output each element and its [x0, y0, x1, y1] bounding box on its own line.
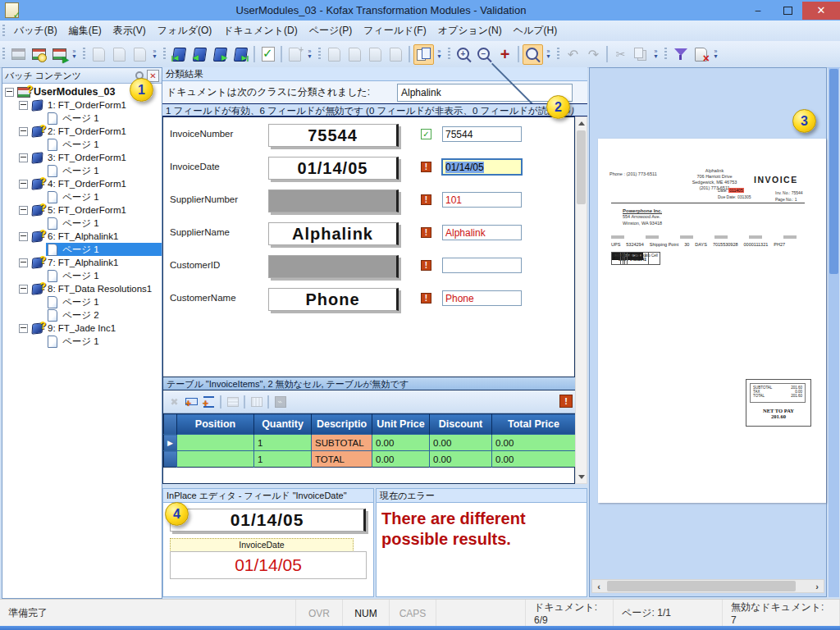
tree-row[interactable]: 7: FT_Alphalink1	[2, 256, 162, 269]
field-input[interactable]: 75544	[442, 126, 522, 142]
tree-expander-icon[interactable]	[19, 127, 28, 136]
new-form-icon[interactable]	[285, 45, 304, 64]
column-header[interactable]: Discount	[430, 414, 492, 435]
undo-icon[interactable]	[564, 45, 582, 64]
column-header[interactable]: Total Price	[492, 414, 576, 435]
classify-icon[interactable]	[671, 45, 690, 64]
split-page-icon[interactable]	[413, 44, 434, 65]
tree-expander-icon[interactable]	[19, 232, 28, 241]
field-input[interactable]: Alphalink	[442, 225, 522, 240]
tree-row[interactable]: ページ 1	[2, 269, 162, 282]
table-cell[interactable]: 1	[254, 451, 312, 468]
table-cell[interactable]: TOTAL	[312, 451, 372, 468]
validate-document-icon[interactable]	[258, 45, 277, 64]
doc-action-1-icon[interactable]	[89, 45, 108, 64]
insert-column-icon[interactable]	[201, 394, 217, 409]
insert-row-icon[interactable]	[184, 394, 199, 409]
tree-expander-icon[interactable]	[19, 285, 28, 294]
tree-row[interactable]: ページ 1	[2, 190, 162, 203]
tree-expander-icon[interactable]	[5, 88, 14, 97]
tree-expander-icon[interactable]	[19, 258, 28, 267]
doc-action-2-icon[interactable]	[110, 45, 129, 64]
field-input[interactable]: 01/14/05	[441, 158, 523, 176]
menu-item[interactable]: フィールド(F)	[358, 21, 431, 40]
tree-row[interactable]: ページ 1	[2, 164, 162, 177]
tree-row[interactable]: ページ 1	[2, 295, 162, 308]
field-snippet-image[interactable]	[268, 255, 399, 278]
tree-expander-icon[interactable]	[19, 206, 28, 215]
copy-icon[interactable]	[632, 45, 651, 64]
class-dropdown[interactable]: Alphalink	[397, 84, 573, 102]
row-selector[interactable]	[164, 451, 177, 468]
column-header[interactable]: Position	[177, 414, 254, 435]
suspend-batch-icon[interactable]	[30, 45, 48, 64]
toolbar-separator[interactable]	[281, 46, 282, 62]
table-cell[interactable]	[177, 435, 254, 451]
menu-item[interactable]: 表示(V)	[107, 21, 152, 40]
column-header[interactable]: Quantity	[254, 414, 312, 435]
field-snippet-image[interactable]	[268, 189, 399, 212]
toolbar-overflow-icon[interactable]: »▼	[711, 43, 720, 65]
scrollbar-thumb[interactable]	[829, 69, 838, 274]
table-cell[interactable]: 0.00	[492, 451, 576, 468]
menu-item[interactable]: ドキュメント(D)	[217, 21, 303, 40]
first-document-icon[interactable]	[170, 45, 189, 64]
table-cell[interactable]: 0.00	[430, 435, 492, 451]
field-snippet-image[interactable]: Alphalink	[268, 222, 399, 245]
last-page-icon[interactable]	[386, 45, 405, 64]
next-page-icon[interactable]	[366, 45, 385, 64]
toolbar-overflow-icon[interactable]: »▼	[544, 43, 553, 65]
batch-sync-icon[interactable]	[9, 45, 28, 64]
toolbar-separator[interactable]	[244, 395, 245, 409]
table-cell[interactable]: 1	[254, 435, 312, 451]
menu-item[interactable]: 編集(E)	[63, 21, 107, 40]
first-page-icon[interactable]	[325, 45, 344, 64]
scroll-right-icon[interactable]: ›	[810, 580, 824, 592]
tree-row[interactable]: ページ 1	[2, 335, 162, 348]
menu-item[interactable]: バッチ(B)	[8, 21, 63, 40]
tree-row[interactable]: ページ 1	[2, 217, 162, 230]
tree-row[interactable]: ページ 1	[2, 243, 162, 256]
zoom-region-icon[interactable]	[523, 44, 543, 65]
close-batch-icon[interactable]	[50, 45, 69, 64]
table-cell[interactable]: 0.00	[372, 435, 430, 451]
last-document-icon[interactable]	[231, 45, 250, 64]
tree-row[interactable]: 3: FT_OrderForm1	[2, 151, 162, 164]
table-cell[interactable]: 0.00	[372, 451, 430, 468]
field-input[interactable]: Phone	[442, 290, 522, 306]
fields-scrollbar[interactable]	[575, 116, 587, 484]
toolbar-separator[interactable]	[253, 46, 255, 62]
zoom-out-icon[interactable]	[475, 45, 494, 64]
minimize-button[interactable]: –	[743, 2, 773, 20]
tree-row[interactable]: 9: FT_Jade Inc1	[2, 322, 162, 335]
tree-row[interactable]: 4: FT_OrderForm1	[2, 177, 162, 190]
tree-row[interactable]: 8: FT_Data Resolutions1	[2, 282, 162, 295]
table-cell[interactable]: 0.00	[430, 451, 492, 468]
column-header[interactable]: Unit Price	[372, 414, 430, 435]
delete-document-icon[interactable]	[692, 45, 710, 64]
tree-expander-icon[interactable]	[19, 324, 28, 333]
menu-item[interactable]: ページ(P)	[304, 21, 358, 40]
next-document-icon[interactable]	[211, 45, 230, 64]
zoom-in-icon[interactable]	[454, 45, 473, 64]
redo-icon[interactable]	[584, 45, 603, 64]
toolbar-overflow-icon[interactable]: »▼	[651, 43, 660, 65]
previous-page-icon[interactable]	[345, 45, 364, 64]
delete-cell-icon[interactable]	[167, 394, 182, 409]
table-row[interactable]: ▶ 1 SUBTOTAL 0.00 0.00 0.00	[164, 435, 576, 451]
table-cell[interactable]	[177, 451, 254, 468]
field-snippet-image[interactable]: Phone	[268, 288, 399, 311]
maximize-button[interactable]	[773, 2, 802, 20]
menu-item[interactable]: オプション(N)	[432, 21, 508, 40]
scanned-invoice-page[interactable]: Phone : (201) 773-6511 Alphalink 706 Har…	[598, 139, 826, 503]
row-selector[interactable]: ▶	[164, 435, 177, 451]
scroll-up-icon[interactable]	[576, 117, 587, 130]
scroll-left-icon[interactable]: ‹	[592, 580, 605, 592]
recalculate-icon[interactable]	[272, 394, 288, 409]
tree-expander-icon[interactable]	[19, 101, 28, 110]
viewer-horizontal-scrollbar[interactable]: ‹ ›	[591, 579, 824, 593]
toolbar-separator[interactable]	[220, 395, 221, 409]
table-cell[interactable]: 0.00	[492, 435, 576, 451]
toolbar-separator[interactable]	[409, 46, 410, 62]
merge-rows-icon[interactable]	[225, 394, 240, 409]
